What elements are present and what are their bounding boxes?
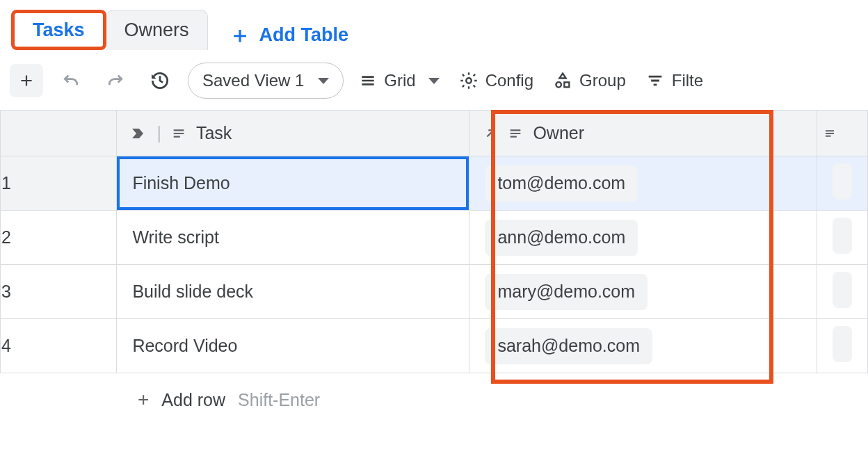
owner-chip[interactable]: tom@demo.com bbox=[485, 165, 638, 202]
data-grid: | Task Owner bbox=[0, 110, 868, 411]
grid-label: Grid bbox=[384, 71, 415, 90]
task-column-header[interactable]: | Task bbox=[117, 111, 469, 156]
chevron-down-icon bbox=[428, 78, 440, 84]
tab-tasks[interactable]: Tasks bbox=[11, 10, 106, 50]
owner-cell[interactable]: mary@demo.com bbox=[469, 265, 817, 319]
add-row-label: Add row bbox=[161, 390, 225, 410]
svg-rect-2 bbox=[564, 82, 569, 87]
table-tab-bar: Tasks Owners ＋ Add Table bbox=[0, 0, 868, 50]
filter-label: Filte bbox=[672, 71, 703, 90]
extra-cell[interactable] bbox=[817, 265, 867, 319]
owner-cell[interactable]: sarah@demo.com bbox=[469, 319, 817, 373]
owner-chip[interactable]: ann@demo.com bbox=[485, 220, 638, 256]
tab-owners-label: Owners bbox=[124, 19, 189, 41]
filter-icon bbox=[645, 71, 665, 90]
table-row: 3Build slide deckmary@demo.com bbox=[1, 265, 868, 319]
add-row-button[interactable]: + Add row Shift-Enter bbox=[0, 373, 868, 411]
chevron-down-icon bbox=[318, 78, 329, 84]
table-row: 4Record Videosarah@demo.com bbox=[1, 319, 868, 373]
plus-icon bbox=[17, 72, 35, 90]
extra-chip bbox=[833, 163, 852, 200]
gear-icon bbox=[459, 71, 479, 90]
tab-tasks-label: Tasks bbox=[33, 19, 85, 41]
saved-view-label: Saved View 1 bbox=[202, 71, 304, 90]
grid-lines-icon bbox=[359, 72, 377, 90]
extra-cell[interactable] bbox=[817, 319, 867, 373]
tab-owners[interactable]: Owners bbox=[106, 10, 208, 50]
undo-icon bbox=[61, 70, 81, 91]
config-label: Config bbox=[485, 71, 533, 90]
extra-cell[interactable] bbox=[817, 156, 867, 211]
extra-chip bbox=[833, 272, 852, 308]
row-number[interactable]: 2 bbox=[1, 211, 117, 265]
svg-point-0 bbox=[466, 78, 471, 83]
task-cell[interactable]: Build slide deck bbox=[117, 265, 469, 319]
undo-button[interactable] bbox=[54, 64, 88, 97]
arrow-out-icon bbox=[483, 126, 498, 141]
text-lines-icon bbox=[823, 126, 836, 141]
add-row-hint: Shift-Enter bbox=[238, 390, 320, 410]
group-label: Group bbox=[579, 71, 626, 90]
row-number[interactable]: 4 bbox=[1, 319, 117, 373]
plus-icon: ＋ bbox=[229, 24, 251, 46]
row-number[interactable]: 3 bbox=[1, 265, 117, 319]
filter-button[interactable]: Filte bbox=[641, 71, 707, 90]
group-shapes-icon bbox=[553, 71, 572, 90]
redo-button[interactable] bbox=[99, 64, 132, 97]
saved-view-dropdown[interactable]: Saved View 1 bbox=[188, 63, 344, 99]
group-button[interactable]: Group bbox=[549, 71, 630, 90]
view-type-dropdown[interactable]: Grid bbox=[355, 71, 443, 90]
owner-cell[interactable]: ann@demo.com bbox=[469, 211, 817, 265]
extra-column-header[interactable] bbox=[817, 111, 867, 156]
toolbar: Saved View 1 Grid Config Group Filte bbox=[0, 50, 868, 110]
extra-chip bbox=[833, 326, 852, 362]
history-button[interactable] bbox=[143, 64, 177, 97]
owner-chip[interactable]: mary@demo.com bbox=[485, 274, 648, 310]
row-number[interactable]: 1 bbox=[1, 156, 117, 211]
add-button[interactable] bbox=[10, 64, 43, 97]
extra-chip bbox=[833, 218, 852, 254]
owner-header-label: Owner bbox=[533, 123, 584, 143]
add-table-button[interactable]: ＋ Add Table bbox=[208, 24, 362, 50]
owner-column-header[interactable]: Owner bbox=[469, 111, 817, 156]
history-icon bbox=[149, 70, 171, 92]
tag-icon bbox=[130, 125, 147, 142]
table-row: 2Write scriptann@demo.com bbox=[1, 211, 868, 265]
text-lines-icon bbox=[171, 126, 186, 141]
task-header-label: Task bbox=[196, 123, 232, 143]
text-lines-icon bbox=[508, 126, 523, 141]
extra-cell[interactable] bbox=[817, 211, 867, 265]
task-cell[interactable]: Finish Demo bbox=[117, 156, 469, 211]
config-button[interactable]: Config bbox=[455, 71, 538, 90]
header-row: | Task Owner bbox=[1, 111, 868, 156]
plus-icon: + bbox=[138, 389, 149, 411]
task-cell[interactable]: Record Video bbox=[117, 319, 469, 373]
owner-cell[interactable]: tom@demo.com bbox=[469, 156, 817, 211]
add-table-label: Add Table bbox=[259, 24, 349, 46]
table-row: 1Finish Demotom@demo.com bbox=[1, 156, 868, 211]
redo-icon bbox=[105, 70, 126, 91]
rownum-header[interactable] bbox=[1, 111, 117, 156]
owner-chip[interactable]: sarah@demo.com bbox=[485, 328, 652, 364]
task-cell[interactable]: Write script bbox=[117, 211, 469, 265]
svg-point-1 bbox=[556, 82, 561, 87]
